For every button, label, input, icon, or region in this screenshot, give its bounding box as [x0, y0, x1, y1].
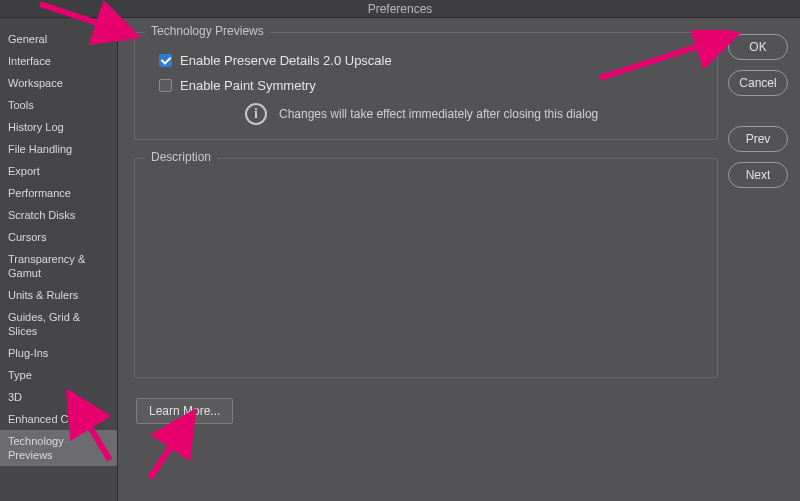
prev-label: Prev — [746, 132, 771, 146]
sidebar-item-label: Technology Previews — [8, 435, 64, 461]
option-paint-symmetry[interactable]: Enable Paint Symmetry — [159, 78, 703, 93]
sidebar-item-label: Units & Rulers — [8, 289, 78, 301]
sidebar-item-label: Transparency & Gamut — [8, 253, 85, 279]
option-label: Enable Preserve Details 2.0 Upscale — [180, 53, 392, 68]
sidebar-item[interactable]: Scratch Disks — [0, 204, 117, 226]
learn-more-label: Learn More... — [149, 404, 220, 418]
next-label: Next — [746, 168, 771, 182]
content: GeneralInterfaceWorkspaceToolsHistory Lo… — [0, 18, 800, 501]
sidebar-item-label: Guides, Grid & Slices — [8, 311, 80, 337]
next-button[interactable]: Next — [728, 162, 788, 188]
sidebar-item[interactable]: Plug-Ins — [0, 342, 117, 364]
prev-button[interactable]: Prev — [728, 126, 788, 152]
group-title: Technology Previews — [145, 24, 270, 38]
checkbox-icon[interactable] — [159, 79, 172, 92]
sidebar-item[interactable]: Type — [0, 364, 117, 386]
sidebar-item[interactable]: Interface — [0, 50, 117, 72]
sidebar-item-label: Plug-Ins — [8, 347, 48, 359]
tech-previews-group: Technology Previews Enable Preserve Deta… — [134, 32, 718, 140]
sidebar-item-label: Enhanced Controls — [8, 413, 102, 425]
window-titlebar: Preferences — [0, 0, 800, 18]
sidebar-item[interactable]: Tools — [0, 94, 117, 116]
option-preserve-details[interactable]: Enable Preserve Details 2.0 Upscale — [159, 53, 703, 68]
ok-label: OK — [749, 40, 766, 54]
learn-more-button[interactable]: Learn More... — [136, 398, 233, 424]
info-text: Changes will take effect immediately aft… — [279, 107, 598, 121]
info-row: i Changes will take effect immediately a… — [245, 103, 703, 125]
sidebar-item-label: Type — [8, 369, 32, 381]
description-title: Description — [145, 150, 217, 164]
sidebar-item-label: 3D — [8, 391, 22, 403]
sidebar-item-label: Scratch Disks — [8, 209, 75, 221]
sidebar-item[interactable]: General — [0, 28, 117, 50]
cancel-label: Cancel — [739, 76, 776, 90]
sidebar-item[interactable]: Technology Previews — [0, 430, 117, 466]
sidebar-item[interactable]: File Handling — [0, 138, 117, 160]
sidebar-item[interactable]: History Log — [0, 116, 117, 138]
option-label: Enable Paint Symmetry — [180, 78, 316, 93]
sidebar-item[interactable]: Units & Rulers — [0, 284, 117, 306]
ok-button[interactable]: OK — [728, 34, 788, 60]
button-column: OK Cancel Prev Next — [728, 18, 800, 501]
sidebar: GeneralInterfaceWorkspaceToolsHistory Lo… — [0, 18, 118, 501]
sidebar-item[interactable]: Workspace — [0, 72, 117, 94]
main-panel: Technology Previews Enable Preserve Deta… — [118, 18, 728, 501]
sidebar-item-label: Performance — [8, 187, 71, 199]
sidebar-item-label: Tools — [8, 99, 34, 111]
info-icon: i — [245, 103, 267, 125]
sidebar-item[interactable]: Transparency & Gamut — [0, 248, 117, 284]
sidebar-item-label: History Log — [8, 121, 64, 133]
checkbox-icon[interactable] — [159, 54, 172, 67]
sidebar-item[interactable]: Cursors — [0, 226, 117, 248]
sidebar-item[interactable]: Enhanced Controls — [0, 408, 117, 430]
cancel-button[interactable]: Cancel — [728, 70, 788, 96]
sidebar-item-label: Interface — [8, 55, 51, 67]
sidebar-item[interactable]: Performance — [0, 182, 117, 204]
sidebar-item[interactable]: 3D — [0, 386, 117, 408]
sidebar-item-label: Cursors — [8, 231, 47, 243]
window-title: Preferences — [368, 2, 433, 16]
sidebar-item-label: Workspace — [8, 77, 63, 89]
description-group: Description — [134, 158, 718, 378]
sidebar-item[interactable]: Export — [0, 160, 117, 182]
sidebar-item-label: General — [8, 33, 47, 45]
sidebar-item[interactable]: Guides, Grid & Slices — [0, 306, 117, 342]
sidebar-item-label: Export — [8, 165, 40, 177]
sidebar-item-label: File Handling — [8, 143, 72, 155]
